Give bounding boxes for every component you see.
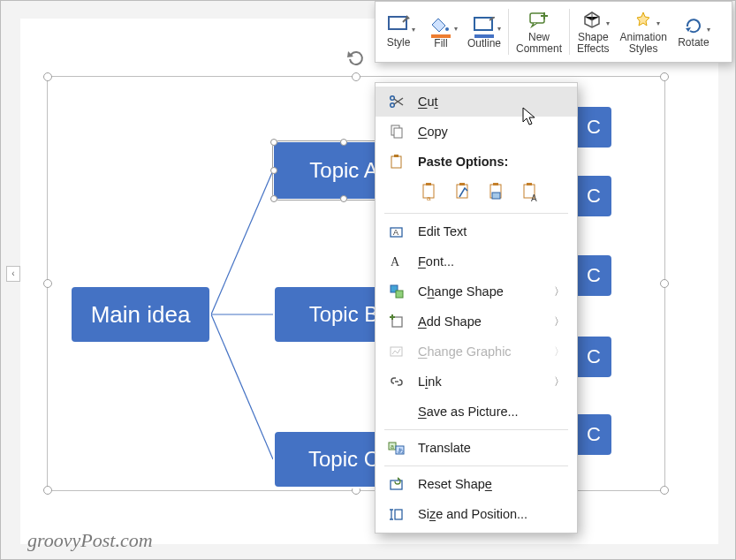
menu-label: Change Graphic [418, 344, 512, 359]
svg-rect-3 [389, 17, 406, 29]
chevron-down-icon: ▾ [497, 26, 501, 34]
resize-handle[interactable] [660, 486, 669, 495]
translate-icon: aあ [386, 440, 407, 456]
resize-handle[interactable] [660, 72, 669, 81]
menu-item-save-as-picture[interactable]: Save as Picture... [376, 397, 577, 427]
chevron-right-icon: 〉 [554, 314, 565, 329]
node-main-idea[interactable]: Main idea [70, 285, 211, 344]
resize-handle[interactable] [270, 195, 277, 202]
menu-item-translate[interactable]: aあ Translate [376, 433, 577, 463]
paste-options-row: a A [376, 177, 577, 210]
change-graphic-icon [386, 344, 407, 359]
toolbar-label: Style [387, 37, 411, 49]
paste-option-keep-source[interactable]: a [418, 180, 443, 205]
svg-rect-15 [426, 183, 431, 185]
toolbar-label: Outline [467, 38, 501, 49]
fill-button[interactable]: ▾ Fill [420, 4, 462, 60]
svg-line-0 [211, 170, 273, 314]
link-icon [386, 374, 407, 390]
size-position-icon [386, 506, 407, 522]
menu-item-cut[interactable]: Cut [376, 87, 577, 117]
svg-rect-21 [492, 193, 500, 199]
menu-item-change-graphic: Change Graphic 〉 [376, 337, 577, 367]
svg-rect-30 [392, 317, 402, 327]
resize-handle[interactable] [43, 72, 52, 81]
svg-text:a: a [391, 443, 394, 450]
toolbar-label: Rotate [678, 37, 709, 49]
menu-separator [384, 213, 568, 214]
animation-styles-button[interactable]: ▾ Animation Styles [615, 4, 672, 60]
node-label: C [587, 264, 601, 287]
menu-item-add-shape[interactable]: Add Shape 〉 [376, 306, 577, 337]
watermark: groovyPost.com [27, 529, 153, 552]
paste-option-use-destination[interactable] [451, 180, 476, 205]
menu-label: Link [418, 375, 442, 389]
menu-item-edit-text[interactable]: A Edit Text [376, 216, 577, 246]
fill-icon: ▾ [428, 14, 454, 35]
new-comment-button[interactable]: New Comment [511, 4, 567, 60]
mini-toolbar: ▾ Style ▾ Fill ▾ Outline New Comment ▾ S… [375, 1, 732, 63]
menu-label: Size and Position... [418, 507, 527, 521]
svg-rect-6 [530, 13, 544, 23]
style-icon: ▾ [385, 14, 412, 35]
resize-handle[interactable] [340, 195, 347, 202]
menu-item-change-shape[interactable]: Change Shape 〉 [376, 276, 577, 306]
toolbar-separator [569, 9, 570, 55]
menu-item-paste-options: Paste Options: [376, 147, 577, 177]
scissors-icon [386, 94, 407, 110]
menu-separator [384, 429, 568, 430]
chevron-down-icon: ▾ [707, 26, 710, 34]
animation-styles-icon: ▾ [630, 9, 656, 30]
node-label: Topic C [308, 447, 379, 472]
svg-rect-23 [527, 183, 532, 185]
menu-label: Paste Options: [418, 155, 508, 169]
menu-label: Copy [418, 125, 448, 139]
resize-handle[interactable] [660, 279, 669, 288]
menu-item-link[interactable]: Link 〉 [376, 367, 577, 397]
clipboard-icon [386, 154, 407, 170]
svg-point-4 [445, 27, 449, 31]
toolbar-label: Effects [577, 43, 609, 55]
resize-handle[interactable] [270, 139, 277, 146]
toolbar-separator [508, 9, 509, 55]
chevron-down-icon: ▾ [606, 20, 610, 28]
svg-rect-20 [493, 183, 498, 185]
toolbar-label: Fill [434, 38, 447, 49]
rotate-button[interactable]: ▾ Rotate [672, 4, 715, 60]
menu-item-copy[interactable]: Copy [376, 117, 577, 147]
node-label: Main idea [91, 301, 191, 329]
resize-handle[interactable] [270, 167, 277, 174]
chevron-down-icon: ▾ [656, 20, 660, 28]
style-button[interactable]: ▾ Style [377, 4, 420, 60]
menu-label: Save as Picture... [418, 405, 519, 419]
shape-effects-button[interactable]: ▾ Shape Effects [572, 4, 614, 60]
outline-icon: ▾ [471, 14, 497, 35]
resize-handle[interactable] [43, 486, 52, 495]
node-label: Topic A [309, 158, 377, 183]
svg-text:あ: あ [398, 447, 404, 454]
svg-rect-37 [395, 510, 402, 519]
resize-handle[interactable] [43, 279, 52, 288]
node-label: C [587, 185, 601, 208]
svg-text:A: A [531, 193, 537, 202]
svg-rect-13 [394, 155, 398, 157]
font-icon: A [386, 254, 407, 269]
svg-rect-29 [396, 291, 403, 298]
shape-effects-icon: ▾ [580, 9, 606, 30]
rotate-handle-icon[interactable] [345, 48, 367, 69]
change-shape-icon [386, 284, 407, 299]
resize-handle[interactable] [340, 139, 347, 146]
menu-label: Change Shape [418, 284, 504, 299]
svg-rect-17 [457, 185, 467, 198]
chevron-right-icon: 〉 [554, 284, 565, 299]
context-menu: Cut Copy Paste Options: a A A Edit Text … [375, 82, 578, 534]
outline-button[interactable]: ▾ Outline [462, 4, 506, 60]
menu-label: Translate [418, 441, 471, 455]
menu-label: Add Shape [418, 314, 482, 329]
resize-handle[interactable] [352, 72, 360, 81]
paste-option-picture[interactable] [485, 180, 510, 205]
menu-item-size-and-position[interactable]: Size and Position... [376, 499, 577, 529]
paste-option-text-only[interactable]: A [519, 180, 543, 205]
menu-item-reset-shape[interactable]: Reset Shape [376, 469, 577, 499]
menu-item-font[interactable]: A Font... [376, 246, 577, 276]
